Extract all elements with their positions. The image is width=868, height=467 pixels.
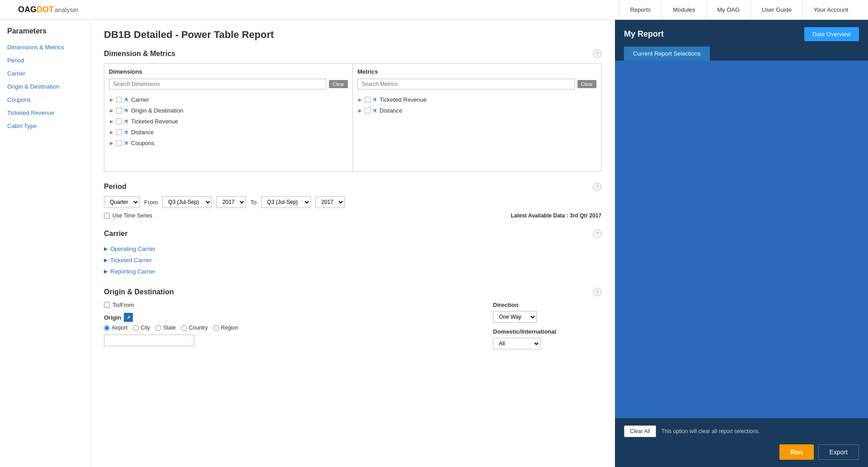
- met-tree-item-ticketed-revenue[interactable]: ▶ ✈ Ticketed Revenue: [357, 94, 596, 105]
- met-search-row: Clear: [357, 79, 596, 90]
- section-header-period: Period ?: [104, 183, 601, 191]
- info-icon-od[interactable]: ?: [593, 288, 601, 296]
- carrier-item-ticketed[interactable]: ▶ Ticketed Carrier: [104, 255, 601, 266]
- clear-all-button[interactable]: Clear All: [624, 425, 656, 437]
- carrier-label-ticketed: Ticketed Carrier: [110, 257, 152, 264]
- radio-country-label: Country: [189, 325, 208, 331]
- radio-country-input[interactable]: [181, 325, 187, 331]
- nav-item-my-oag[interactable]: My OAG: [706, 0, 751, 20]
- export-button[interactable]: Export: [818, 444, 859, 460]
- sidebar-item-ticketed-revenue[interactable]: Ticketed Revenue: [0, 106, 90, 119]
- carrier-item-operating[interactable]: ▶ Operating Carrier: [104, 243, 601, 255]
- info-icon-dm[interactable]: ?: [593, 50, 601, 58]
- search-metrics-input[interactable]: [357, 79, 575, 90]
- latest-data-text: Latest Available Data : 3rd Qtr 2017: [511, 212, 601, 219]
- plane-icon-met-dist: ✈: [371, 106, 380, 115]
- checkbox-met-dist[interactable]: [365, 108, 371, 113]
- to-from-label: To/From: [113, 302, 134, 308]
- dim-tree-item-ticketed-revenue[interactable]: ▶ ✈ Ticketed Revenue: [109, 116, 348, 127]
- radio-city-input[interactable]: [133, 325, 139, 331]
- dim-label-tr: Ticketed Revenue: [131, 118, 178, 125]
- nav-item-user-guide[interactable]: User Guide: [751, 0, 802, 20]
- sidebar-item-origin-destination[interactable]: Origin & Destination: [0, 80, 90, 93]
- from-year-select[interactable]: 2017 2016 2015: [216, 196, 246, 208]
- origin-text-input[interactable]: [104, 335, 194, 346]
- to-year-select[interactable]: 2017 2016 2015: [315, 196, 345, 208]
- checkbox-carrier[interactable]: [116, 97, 122, 103]
- dimensions-column: Dimensions Clear ▶ ✈ Carrier: [104, 64, 353, 171]
- to-from-row: To/From: [104, 302, 479, 308]
- checkbox-od[interactable]: [116, 108, 122, 113]
- period-row: Quarter Month Year From Q3 (Jul-Sep) Q2 …: [104, 196, 601, 208]
- my-report-title: My Report: [624, 29, 664, 39]
- direction-select[interactable]: One Way Round Trip Both: [493, 311, 537, 323]
- clear-metrics-button[interactable]: Clear: [577, 80, 596, 88]
- tab-current-report[interactable]: Current Report Selections: [624, 47, 710, 61]
- carrier-label-operating: Operating Carrier: [110, 245, 155, 252]
- met-tree-item-distance[interactable]: ▶ ✈ Distance: [357, 105, 596, 116]
- sidebar-item-coupons[interactable]: Coupons: [0, 93, 90, 106]
- dim-tree-item-origin-destination[interactable]: ▶ ✈ Origin & Destination: [109, 105, 348, 116]
- to-from-checkbox[interactable]: [104, 302, 110, 308]
- dim-metrics-container: Dimensions Clear ▶ ✈ Carrier: [104, 63, 601, 172]
- expand-icon-dist: ▶: [109, 129, 114, 135]
- checkbox-met-tr[interactable]: [365, 97, 371, 103]
- info-icon-carrier[interactable]: ?: [593, 230, 601, 238]
- radio-state[interactable]: State: [155, 325, 176, 331]
- run-button[interactable]: Run: [779, 444, 813, 460]
- met-label-tr: Ticketed Revenue: [380, 96, 427, 103]
- section-title-od: Origin & Destination: [104, 288, 174, 296]
- logo-oag: OAG: [18, 5, 37, 14]
- main-layout: Parameters Dimensions & Metrics Period C…: [0, 20, 868, 467]
- radio-state-input[interactable]: [155, 325, 161, 331]
- sidebar-item-dimensions-metrics[interactable]: Dimensions & Metrics: [0, 41, 90, 54]
- right-panel-header: My Report Data Overview: [615, 20, 868, 41]
- nav-item-your-account[interactable]: Your Account: [802, 0, 859, 20]
- dim-label-od: Origin & Destination: [131, 107, 183, 114]
- radio-region-input[interactable]: [213, 325, 219, 331]
- plane-icon-met-tr: ✈: [371, 95, 380, 104]
- checkbox-coupons[interactable]: [116, 140, 122, 146]
- radio-airport[interactable]: Airport: [104, 325, 127, 331]
- period-type-select[interactable]: Quarter Month Year: [104, 196, 140, 208]
- dim-tree-item-carrier[interactable]: ▶ ✈ Carrier: [109, 94, 348, 105]
- metrics-column: Metrics Clear ▶ ✈ Ticketed Revenue: [353, 64, 601, 171]
- expand-icon-met-tr: ▶: [357, 97, 363, 102]
- info-icon-period[interactable]: ?: [593, 183, 601, 191]
- dim-tree-item-distance[interactable]: ▶ ✈ Distance: [109, 127, 348, 137]
- logo: OAGDOT analyser: [18, 5, 79, 14]
- sidebar-item-carrier[interactable]: Carrier: [0, 67, 90, 80]
- plane-icon-od: ✈: [122, 106, 131, 115]
- section-header-carrier: Carrier ?: [104, 230, 601, 238]
- radio-airport-input[interactable]: [104, 325, 110, 331]
- nav-item-reports[interactable]: Reports: [619, 0, 662, 20]
- dim-tree-item-coupons[interactable]: ▶ ✈ Coupons: [109, 137, 348, 148]
- sidebar-item-cabin-type[interactable]: Cabin Type: [0, 119, 90, 132]
- origin-destination-section: Origin & Destination ? To/From Origin ↗: [104, 288, 601, 349]
- carrier-item-reporting[interactable]: ▶ Reporting Carrier: [104, 266, 601, 277]
- met-label-dist: Distance: [380, 107, 403, 114]
- expand-icon-tr: ▶: [109, 118, 114, 124]
- nav-item-modules[interactable]: Modules: [662, 0, 706, 20]
- domestic-select[interactable]: All Domestic International: [493, 338, 540, 349]
- origin-export-icon[interactable]: ↗: [124, 313, 133, 322]
- clear-all-row: Clear All This option will clear all rep…: [624, 425, 859, 437]
- clear-dimensions-button[interactable]: Clear: [329, 80, 348, 88]
- radio-country[interactable]: Country: [181, 325, 208, 331]
- radio-city[interactable]: City: [133, 325, 150, 331]
- report-content-area: [615, 61, 868, 418]
- data-overview-button[interactable]: Data Overview: [804, 27, 859, 41]
- section-title-period: Period: [104, 183, 127, 191]
- origin-label-row: Origin ↗: [104, 313, 479, 322]
- from-quarter-select[interactable]: Q3 (Jul-Sep) Q2 (Apr-Jun) Q1 (Jan-Mar) Q…: [162, 196, 212, 208]
- search-dimensions-input[interactable]: [109, 79, 326, 90]
- to-quarter-select[interactable]: Q3 (Jul-Sep) Q2 (Apr-Jun) Q1 (Jan-Mar) Q…: [261, 196, 311, 208]
- radio-region[interactable]: Region: [213, 325, 238, 331]
- checkbox-dist[interactable]: [116, 129, 122, 135]
- carrier-section: Carrier ? ▶ Operating Carrier ▶ Ticketed…: [104, 230, 601, 277]
- radio-city-label: City: [141, 325, 150, 331]
- checkbox-tr[interactable]: [116, 118, 122, 124]
- sidebar-item-period[interactable]: Period: [0, 54, 90, 67]
- time-series-checkbox[interactable]: [104, 213, 110, 219]
- time-series-label[interactable]: Use Time Series: [104, 212, 152, 219]
